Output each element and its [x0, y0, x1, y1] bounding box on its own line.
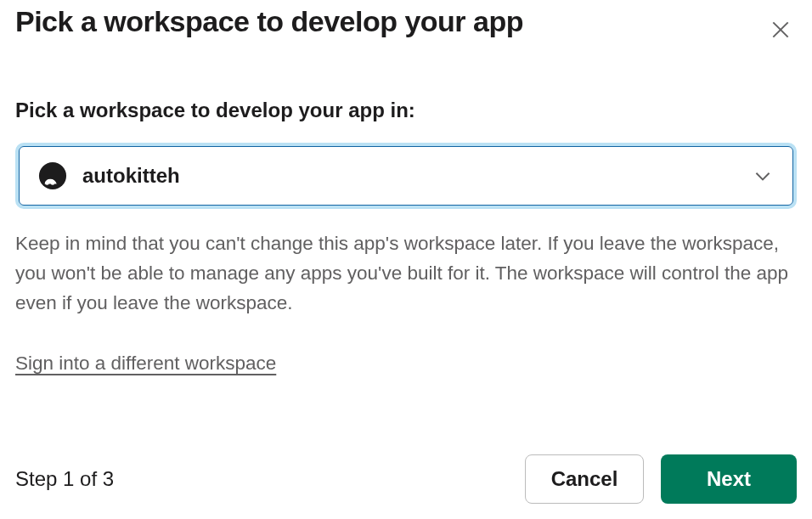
footer-buttons: Cancel Next — [525, 454, 797, 504]
workspace-field-label: Pick a workspace to develop your app in: — [15, 99, 797, 122]
workspace-select[interactable]: autokitteh — [19, 146, 793, 206]
step-indicator: Step 1 of 3 — [15, 467, 114, 491]
workspace-picker-modal: Pick a workspace to develop your app Pic… — [0, 0, 812, 519]
modal-footer: Step 1 of 3 Cancel Next — [15, 446, 797, 504]
svg-point-4 — [51, 181, 55, 185]
modal-title: Pick a workspace to develop your app — [15, 5, 523, 38]
cancel-button[interactable]: Cancel — [525, 454, 644, 504]
workspace-icon — [38, 161, 67, 190]
svg-point-3 — [45, 181, 49, 185]
chevron-down-icon — [752, 165, 774, 187]
modal-header: Pick a workspace to develop your app — [15, 0, 797, 49]
sign-in-different-workspace-link[interactable]: Sign into a different workspace — [15, 353, 276, 375]
workspace-select-focus-ring: autokitteh — [15, 143, 797, 209]
next-button[interactable]: Next — [661, 454, 797, 504]
selected-workspace-value: autokitteh — [82, 164, 752, 188]
close-button[interactable] — [761, 10, 800, 49]
close-icon — [770, 19, 792, 41]
modal-content: Pick a workspace to develop your app in:… — [15, 49, 797, 446]
svg-point-2 — [39, 162, 66, 189]
workspace-help-text: Keep in mind that you can't change this … — [15, 229, 797, 319]
